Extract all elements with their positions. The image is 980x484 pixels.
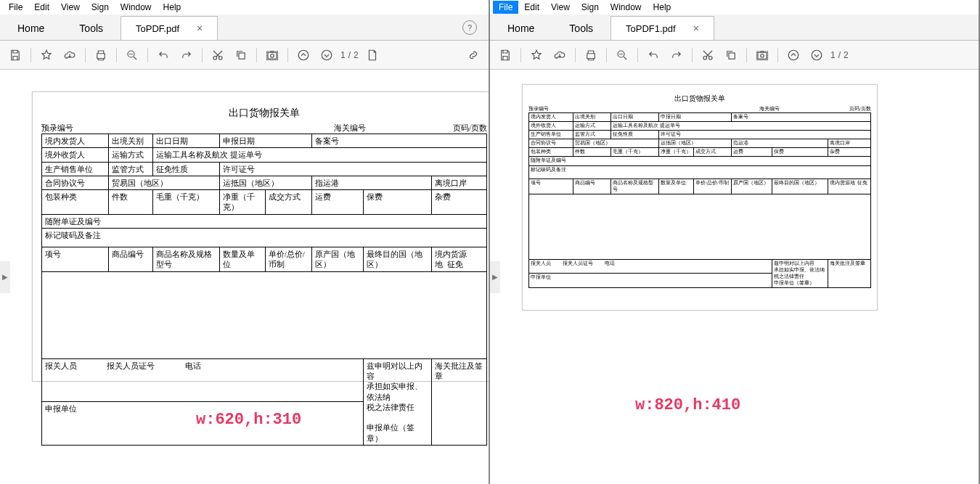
cell: 备案号: [312, 134, 487, 148]
menu-sign[interactable]: Sign: [576, 1, 605, 14]
print-icon[interactable]: [581, 46, 600, 65]
undo-icon[interactable]: [154, 46, 173, 65]
document-tab[interactable]: ToPDF1.pdf ×: [611, 16, 714, 40]
close-icon[interactable]: ×: [693, 22, 699, 34]
separator: [692, 48, 693, 62]
cell: 出口日期: [153, 134, 220, 148]
zoom-out-icon[interactable]: [123, 46, 142, 65]
page-icon[interactable]: [363, 46, 382, 65]
page-indicator: 1 / 2: [340, 50, 359, 60]
cell: 境外收货人: [42, 148, 109, 162]
cell: 申报日期: [220, 134, 312, 148]
cut-icon[interactable]: [208, 46, 227, 65]
page-down-icon[interactable]: [317, 46, 336, 65]
page-down-icon[interactable]: [807, 46, 826, 65]
save-icon[interactable]: [6, 46, 25, 65]
tab-home[interactable]: Home: [0, 17, 62, 40]
cell: 运输方式: [108, 148, 152, 162]
tab-bar: Home Tools ToPDF1.pdf ×: [490, 15, 979, 41]
save-icon[interactable]: [496, 46, 515, 65]
page-total: 2: [844, 50, 849, 60]
cell: 运费: [312, 190, 363, 215]
link-icon[interactable]: [464, 46, 483, 65]
page-up-icon[interactable]: [294, 46, 313, 65]
customs-stamp: 海关批注及签章: [828, 259, 870, 287]
pre-no-label: 预录编号: [41, 123, 247, 134]
menu-window[interactable]: Window: [605, 1, 648, 14]
snapshot-icon[interactable]: [753, 46, 772, 65]
menubar: File Edit View Sign Window Help: [490, 0, 979, 15]
page-indicator: 1 / 2: [830, 50, 849, 60]
page-total: 2: [354, 50, 359, 60]
cell: 最终目的国（地区）: [363, 247, 431, 272]
page-current[interactable]: 1: [340, 50, 346, 60]
cell: 数量及单位: [220, 247, 266, 272]
snapshot-icon[interactable]: [263, 46, 282, 65]
cloud-icon[interactable]: [550, 46, 569, 65]
page-current[interactable]: 1: [830, 50, 836, 60]
menu-edit[interactable]: Edit: [518, 1, 545, 14]
cell: 合同协议号: [529, 139, 573, 148]
cell: 成交方式: [694, 148, 732, 157]
tab-home[interactable]: Home: [490, 17, 552, 40]
close-icon[interactable]: ×: [197, 22, 203, 34]
menu-sign[interactable]: Sign: [86, 1, 115, 14]
undo-icon[interactable]: [644, 46, 663, 65]
star-icon[interactable]: [37, 46, 56, 65]
tab-tools[interactable]: Tools: [62, 17, 121, 40]
separator: [85, 48, 86, 62]
star-icon[interactable]: [527, 46, 546, 65]
menu-view[interactable]: View: [55, 1, 86, 14]
menu-window[interactable]: Window: [115, 1, 158, 14]
cell: 境内货源地 征免: [828, 179, 870, 194]
cell: 随附单证及编号: [42, 214, 487, 228]
cell: 包装种类: [42, 190, 109, 215]
svg-point-7: [298, 50, 309, 60]
cell-text: 报关人员证号: [107, 361, 155, 370]
separator: [202, 48, 203, 62]
menu-help[interactable]: Help: [158, 1, 187, 14]
document-tab-label: ToPDF1.pdf: [626, 23, 676, 34]
menu-view[interactable]: View: [545, 1, 576, 14]
cell-text: 报关人员: [45, 361, 77, 370]
cell: 保费: [363, 190, 431, 215]
cell: 保费: [772, 148, 828, 157]
cloud-icon[interactable]: [60, 46, 79, 65]
document-tab[interactable]: ToPDF.pdf ×: [121, 16, 218, 40]
page-up-icon[interactable]: [784, 46, 803, 65]
redo-icon[interactable]: [667, 46, 686, 65]
right-window: File Edit View Sign Window Help Home Too…: [490, 0, 980, 484]
help-icon[interactable]: ?: [462, 20, 477, 35]
print-icon[interactable]: [91, 46, 110, 65]
viewer: ▶ 出口货物报关单 预录编号 海关编号 页码/页数 境内发货人出境关别出口日期申…: [490, 70, 979, 484]
panel-expand-icon[interactable]: ▶: [490, 261, 500, 293]
menu-edit[interactable]: Edit: [28, 1, 55, 14]
panel-expand-icon[interactable]: ▶: [0, 261, 10, 293]
cut-icon[interactable]: [698, 46, 717, 65]
cell: 项号: [42, 247, 109, 272]
cell: 贸易国（地区）: [573, 139, 659, 148]
decl-line: 申报单位（签章）: [367, 423, 415, 442]
cell: 备案号: [732, 113, 871, 122]
menu-file[interactable]: File: [3, 1, 28, 14]
cell: 毛重（千克）: [611, 148, 659, 157]
customs-form-table: 境内发货人出境关别出口日期申报日期备案号 境外收货人运输方式运输工具名称及航次 …: [41, 134, 487, 446]
tab-bar: Home Tools ToPDF.pdf × ?: [0, 15, 489, 41]
decl-line: 承担如实申报、依法纳: [774, 267, 825, 273]
copy-icon[interactable]: [232, 46, 250, 65]
zoom-out-icon[interactable]: [613, 46, 632, 65]
cell-text: 电话: [185, 361, 201, 370]
copy-icon[interactable]: [722, 46, 740, 65]
cell: 运抵国（地区）: [220, 176, 312, 189]
menu-help[interactable]: Help: [648, 1, 677, 14]
menu-file[interactable]: File: [493, 1, 518, 14]
cell: 随附单证及编号: [529, 157, 871, 165]
redo-icon[interactable]: [177, 46, 196, 65]
cell: 原产国（地区）: [732, 179, 772, 194]
svg-point-5: [271, 54, 274, 57]
cell: 毛重（千克）: [153, 190, 220, 215]
svg-point-17: [812, 50, 822, 60]
tab-tools[interactable]: Tools: [552, 17, 611, 40]
cell: 单价/总价/币制: [694, 179, 732, 194]
dimension-overlay: w:820,h:410: [635, 396, 740, 414]
